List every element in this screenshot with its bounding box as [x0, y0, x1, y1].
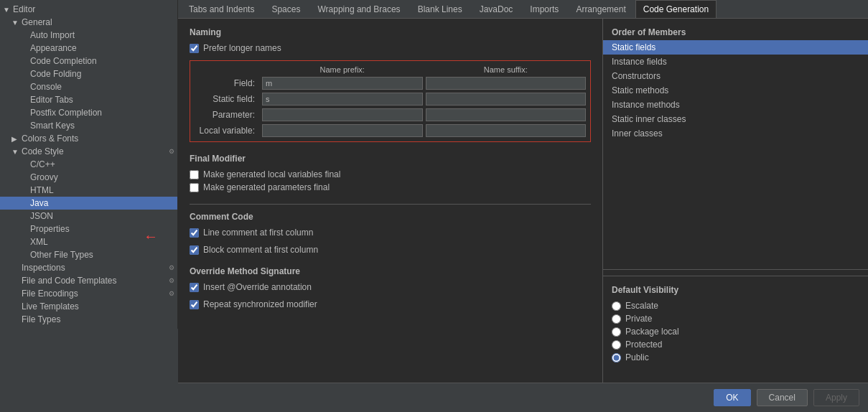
sidebar-label-file-types: File Types	[22, 314, 174, 324]
final-modifier-title: Final Modifier	[190, 154, 591, 164]
visibility-radio-public[interactable]	[612, 353, 621, 362]
sidebar-item-editor-tabs[interactable]: Editor Tabs	[0, 93, 177, 106]
sidebar-item-xml[interactable]: XML	[0, 235, 177, 248]
sidebar-item-console[interactable]: Console	[0, 80, 177, 93]
order-item-static-methods[interactable]: Static methods	[603, 83, 868, 98]
parameter-suffix-input[interactable]	[426, 108, 587, 121]
local-variable-label: Local variable:	[195, 126, 259, 136]
order-item-static-inner-classes[interactable]: Static inner classes	[603, 112, 868, 126]
static-field-label: Static field:	[195, 94, 259, 104]
sidebar-item-cpp[interactable]: C/C++	[0, 158, 177, 171]
sidebar-item-code-style[interactable]: ▼Code Style⚙	[0, 145, 177, 158]
params-final-label: Make generated parameters final	[203, 182, 330, 192]
sidebar-item-postfix-completion[interactable]: Postfix Completion	[0, 106, 177, 119]
order-item-instance-methods[interactable]: Instance methods	[603, 98, 868, 112]
tree-arrow-editor: ▼	[3, 6, 11, 14]
tab-tabs-indents[interactable]: Tabs and Indents	[181, 0, 262, 18]
sidebar: ▼Editor▼GeneralAuto ImportAppearanceCode…	[0, 0, 178, 329]
visibility-radio-escalate[interactable]	[612, 301, 621, 311]
block-comment-checkbox[interactable]	[190, 245, 199, 255]
static-field-suffix-input[interactable]	[426, 93, 587, 106]
main-panel: Naming Prefer longer names Name prefix: …	[178, 19, 868, 383]
sidebar-item-code-completion[interactable]: Code Completion	[0, 55, 177, 67]
naming-section: Naming Prefer longer names Name prefix: …	[190, 27, 591, 142]
sidebar-label-console: Console	[30, 82, 174, 92]
sidebar-item-properties[interactable]: Properties	[0, 223, 177, 235]
local-vars-final-row: Make generated local variables final	[190, 169, 591, 179]
override-method-title: Override Method Signature	[190, 266, 591, 276]
sidebar-label-json: JSON	[30, 211, 174, 221]
line-comment-row: Line comment at first column	[190, 228, 591, 238]
local-vars-final-checkbox[interactable]	[190, 170, 199, 179]
visibility-radio-private[interactable]	[612, 314, 621, 324]
prefer-longer-row: Prefer longer names	[190, 43, 591, 53]
sidebar-item-smart-keys[interactable]: Smart Keys	[0, 119, 177, 132]
sidebar-item-auto-import[interactable]: Auto Import	[0, 29, 177, 42]
field-suffix-input[interactable]	[426, 77, 587, 90]
tab-code-generation[interactable]: Code Generation	[635, 0, 717, 18]
visibility-radio-package-local[interactable]	[612, 327, 621, 337]
repeat-synchronized-checkbox[interactable]	[190, 300, 199, 309]
sidebar-item-other-file-types[interactable]: Other File Types	[0, 248, 177, 261]
sidebar-item-editor[interactable]: ▼Editor	[0, 3, 177, 16]
sidebar-label-code-style: Code Style	[22, 146, 166, 156]
visibility-row-package-local: Package local	[612, 327, 859, 337]
tab-imports[interactable]: Imports	[522, 0, 566, 18]
visibility-label-protected: Protected	[625, 340, 662, 350]
sidebar-item-colors-fonts[interactable]: ▶Colors & Fonts	[0, 132, 177, 145]
tree-arrow-code-style: ▼	[11, 148, 20, 156]
sidebar-item-file-types[interactable]: File Types	[0, 313, 177, 326]
sidebar-item-json[interactable]: JSON	[0, 210, 177, 223]
sidebar-label-general: General	[22, 17, 174, 27]
sidebar-item-file-encodings[interactable]: File Encodings⚙	[0, 287, 177, 300]
sidebar-item-file-code-templates[interactable]: File and Code Templates⚙	[0, 274, 177, 287]
tabs-bar: Tabs and IndentsSpacesWrapping and Brace…	[178, 0, 868, 19]
sidebar-badge-code-style: ⚙	[169, 148, 174, 155]
tab-blank-lines[interactable]: Blank Lines	[410, 0, 470, 18]
visibility-label-escalate: Escalate	[625, 301, 658, 311]
line-comment-checkbox[interactable]	[190, 228, 199, 238]
sidebar-item-code-folding[interactable]: Code Folding	[0, 67, 177, 80]
params-final-checkbox[interactable]	[190, 183, 199, 192]
tab-javadoc[interactable]: JavaDoc	[472, 0, 521, 18]
local-variable-suffix-input[interactable]	[426, 124, 587, 137]
static-field-prefix-input[interactable]	[262, 93, 423, 106]
visibility-radio-protected[interactable]	[612, 340, 621, 350]
visibility-row-public: Public	[612, 352, 859, 362]
sidebar-label-live-templates: Live Templates	[22, 301, 174, 312]
order-item-instance-fields[interactable]: Instance fields	[603, 55, 868, 69]
local-variable-prefix-input[interactable]	[262, 124, 423, 137]
insert-override-checkbox[interactable]	[190, 283, 199, 292]
field-prefix-input[interactable]	[262, 77, 423, 90]
order-item-inner-classes[interactable]: Inner classes	[603, 126, 868, 141]
repeat-synchronized-row: Repeat synchronized modifier	[190, 299, 591, 309]
visibility-label-private: Private	[625, 314, 652, 324]
order-item-constructors[interactable]: Constructors	[603, 69, 868, 83]
tab-arrangement[interactable]: Arrangement	[568, 0, 633, 18]
sidebar-item-groovy[interactable]: Groovy	[0, 171, 177, 184]
sidebar-item-appearance[interactable]: Appearance	[0, 42, 177, 55]
sidebar-item-general[interactable]: ▼General	[0, 16, 177, 29]
repeat-synchronized-label: Repeat synchronized modifier	[203, 299, 317, 309]
visibility-row-escalate: Escalate	[612, 301, 859, 311]
sidebar-item-inspections[interactable]: Inspections⚙	[0, 261, 177, 274]
tab-wrapping-braces[interactable]: Wrapping and Braces	[309, 0, 408, 18]
visibility-label-package-local: Package local	[625, 327, 679, 337]
sidebar-item-java[interactable]: Java	[0, 197, 177, 210]
apply-button[interactable]: Apply	[813, 389, 859, 406]
local-vars-final-label: Make generated local variables final	[203, 169, 340, 179]
prefer-longer-label: Prefer longer names	[203, 43, 281, 53]
order-item-static-fields[interactable]: Static fields	[603, 40, 868, 55]
parameter-prefix-input[interactable]	[262, 108, 423, 121]
ok-button[interactable]: OK	[714, 389, 750, 406]
sidebar-item-html[interactable]: HTML	[0, 184, 177, 197]
order-list: Static fieldsInstance fieldsConstructors…	[603, 40, 868, 263]
tab-spaces[interactable]: Spaces	[263, 0, 308, 18]
block-comment-row: Block comment at first column	[190, 245, 591, 255]
sidebar-label-auto-import: Auto Import	[30, 30, 174, 40]
cancel-button[interactable]: Cancel	[757, 389, 808, 406]
field-label: Field:	[195, 78, 259, 88]
sidebar-item-live-templates[interactable]: Live Templates	[0, 300, 177, 313]
prefer-longer-checkbox[interactable]	[190, 44, 199, 53]
tree-arrow-colors-fonts: ▶	[11, 135, 20, 143]
